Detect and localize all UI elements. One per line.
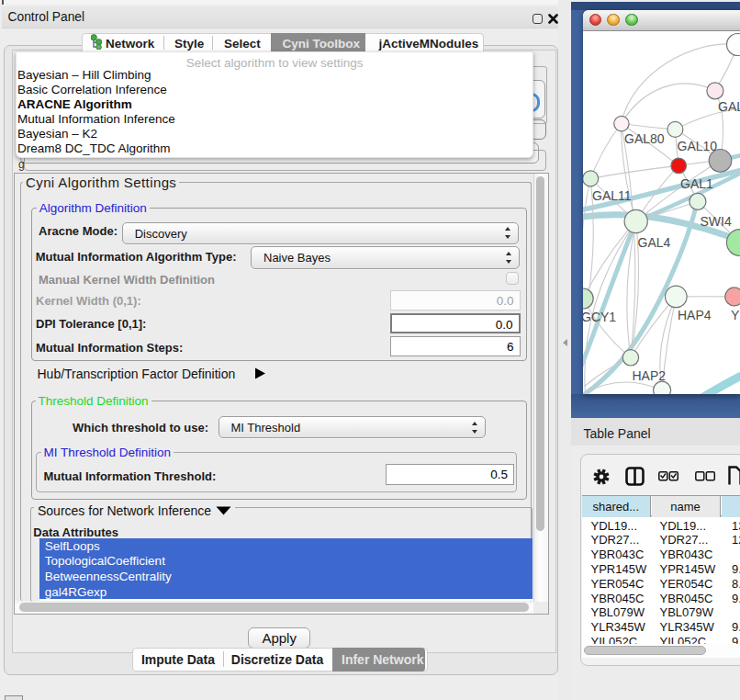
svg-text:GAL11: GAL11 <box>592 187 632 202</box>
svg-text:HAP4: HAP4 <box>678 308 712 322</box>
svg-text:SWI4: SWI4 <box>700 213 731 228</box>
svg-text:GAL4: GAL4 <box>637 234 670 249</box>
svg-text:GAL80: GAL80 <box>624 131 665 146</box>
svg-text:Y: Y <box>731 308 740 322</box>
svg-text:HAP2: HAP2 <box>632 368 666 383</box>
svg-text:GAL1: GAL1 <box>680 176 713 191</box>
svg-text:GAL: GAL <box>718 99 740 114</box>
svg-text:GAL10: GAL10 <box>677 138 717 152</box>
svg-text:GCY1: GCY1 <box>583 310 616 324</box>
